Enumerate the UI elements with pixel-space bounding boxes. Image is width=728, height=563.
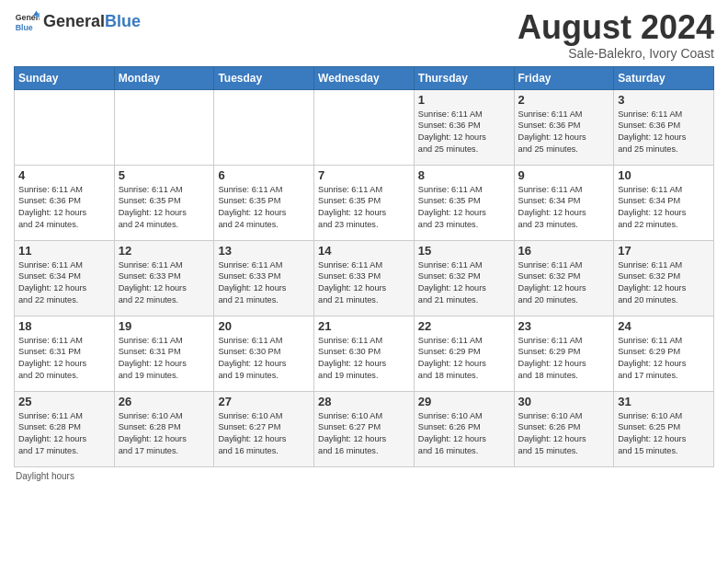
day-cell: 9Sunrise: 6:11 AM Sunset: 6:34 PM Daylig… [514, 165, 614, 240]
week-row-5: 25Sunrise: 6:11 AM Sunset: 6:28 PM Dayli… [15, 391, 714, 466]
day-cell: 1Sunrise: 6:11 AM Sunset: 6:36 PM Daylig… [414, 89, 514, 165]
header: General Blue GeneralBlue August 2024 Sal… [14, 9, 714, 61]
day-number: 19 [119, 319, 210, 333]
day-number: 3 [618, 93, 710, 107]
day-info: Sunrise: 6:11 AM Sunset: 6:32 PM Dayligh… [518, 259, 610, 307]
day-cell: 19Sunrise: 6:11 AM Sunset: 6:31 PM Dayli… [114, 316, 214, 391]
day-info: Sunrise: 6:11 AM Sunset: 6:29 PM Dayligh… [518, 335, 610, 383]
day-info: Sunrise: 6:11 AM Sunset: 6:30 PM Dayligh… [218, 335, 310, 383]
day-cell: 11Sunrise: 6:11 AM Sunset: 6:34 PM Dayli… [15, 240, 115, 316]
day-cell: 29Sunrise: 6:10 AM Sunset: 6:26 PM Dayli… [414, 391, 514, 466]
title-section: August 2024 Sale-Balekro, Ivory Coast [518, 9, 714, 61]
day-info: Sunrise: 6:11 AM Sunset: 6:35 PM Dayligh… [418, 184, 510, 232]
day-cell: 10Sunrise: 6:11 AM Sunset: 6:34 PM Dayli… [614, 165, 714, 240]
day-info: Sunrise: 6:11 AM Sunset: 6:35 PM Dayligh… [318, 184, 410, 232]
day-cell: 12Sunrise: 6:11 AM Sunset: 6:33 PM Dayli… [114, 240, 214, 316]
day-number: 24 [618, 319, 710, 333]
week-row-3: 11Sunrise: 6:11 AM Sunset: 6:34 PM Dayli… [15, 240, 714, 316]
day-number: 21 [318, 319, 410, 333]
day-cell [15, 89, 115, 165]
col-header-monday: Monday [114, 66, 214, 89]
day-info: Sunrise: 6:10 AM Sunset: 6:27 PM Dayligh… [318, 410, 410, 458]
day-info: Sunrise: 6:10 AM Sunset: 6:26 PM Dayligh… [518, 410, 610, 458]
day-info: Sunrise: 6:11 AM Sunset: 6:32 PM Dayligh… [418, 259, 510, 307]
logo-general: General [43, 12, 105, 30]
logo: General Blue GeneralBlue [14, 9, 141, 35]
day-number: 4 [18, 168, 110, 182]
day-number: 29 [418, 395, 510, 408]
location-subtitle: Sale-Balekro, Ivory Coast [518, 46, 714, 61]
day-number: 31 [618, 395, 710, 408]
day-cell: 13Sunrise: 6:11 AM Sunset: 6:33 PM Dayli… [214, 240, 314, 316]
day-cell: 16Sunrise: 6:11 AM Sunset: 6:32 PM Dayli… [514, 240, 614, 316]
day-info: Sunrise: 6:11 AM Sunset: 6:36 PM Dayligh… [518, 109, 610, 156]
day-cell: 26Sunrise: 6:10 AM Sunset: 6:28 PM Dayli… [114, 391, 214, 466]
day-info: Sunrise: 6:11 AM Sunset: 6:31 PM Dayligh… [18, 335, 110, 383]
day-cell: 21Sunrise: 6:11 AM Sunset: 6:30 PM Dayli… [314, 316, 415, 391]
day-number: 30 [518, 395, 610, 408]
day-cell: 27Sunrise: 6:10 AM Sunset: 6:27 PM Dayli… [214, 391, 314, 466]
day-number: 2 [518, 93, 610, 107]
day-cell: 24Sunrise: 6:11 AM Sunset: 6:29 PM Dayli… [614, 316, 714, 391]
col-header-saturday: Saturday [614, 66, 714, 89]
day-info: Sunrise: 6:11 AM Sunset: 6:33 PM Dayligh… [218, 259, 310, 307]
day-info: Sunrise: 6:11 AM Sunset: 6:33 PM Dayligh… [119, 259, 210, 307]
day-info: Sunrise: 6:10 AM Sunset: 6:26 PM Dayligh… [418, 410, 510, 458]
day-cell: 23Sunrise: 6:11 AM Sunset: 6:29 PM Dayli… [514, 316, 614, 391]
day-cell: 31Sunrise: 6:10 AM Sunset: 6:25 PM Dayli… [614, 391, 714, 466]
day-info: Sunrise: 6:10 AM Sunset: 6:27 PM Dayligh… [218, 410, 310, 458]
logo-blue: Blue [105, 12, 141, 30]
col-header-wednesday: Wednesday [314, 66, 415, 89]
day-number: 28 [318, 395, 410, 408]
day-info: Sunrise: 6:11 AM Sunset: 6:34 PM Dayligh… [518, 184, 610, 232]
day-cell: 30Sunrise: 6:10 AM Sunset: 6:26 PM Dayli… [514, 391, 614, 466]
col-header-thursday: Thursday [414, 66, 514, 89]
daylight-label: Daylight hours [16, 471, 74, 481]
day-info: Sunrise: 6:11 AM Sunset: 6:36 PM Dayligh… [418, 109, 510, 156]
day-number: 10 [618, 168, 710, 182]
day-info: Sunrise: 6:11 AM Sunset: 6:29 PM Dayligh… [618, 335, 710, 383]
day-number: 12 [119, 244, 210, 258]
col-header-sunday: Sunday [15, 66, 115, 89]
svg-text:Blue: Blue [16, 23, 33, 32]
day-cell [314, 89, 415, 165]
day-info: Sunrise: 6:11 AM Sunset: 6:31 PM Dayligh… [119, 335, 210, 383]
day-info: Sunrise: 6:11 AM Sunset: 6:29 PM Dayligh… [418, 335, 510, 383]
col-header-friday: Friday [514, 66, 614, 89]
day-cell: 28Sunrise: 6:10 AM Sunset: 6:27 PM Dayli… [314, 391, 415, 466]
day-info: Sunrise: 6:11 AM Sunset: 6:35 PM Dayligh… [218, 184, 310, 232]
day-cell: 4Sunrise: 6:11 AM Sunset: 6:36 PM Daylig… [15, 165, 115, 240]
day-number: 14 [318, 244, 410, 258]
day-cell [214, 89, 314, 165]
day-number: 6 [218, 168, 310, 182]
day-number: 26 [119, 395, 210, 408]
day-number: 23 [518, 319, 610, 333]
day-number: 15 [418, 244, 510, 258]
header-row: SundayMondayTuesdayWednesdayThursdayFrid… [15, 66, 714, 89]
day-cell: 18Sunrise: 6:11 AM Sunset: 6:31 PM Dayli… [15, 316, 115, 391]
day-number: 25 [18, 395, 110, 408]
page-container: General Blue GeneralBlue August 2024 Sal… [0, 0, 728, 490]
week-row-2: 4Sunrise: 6:11 AM Sunset: 6:36 PM Daylig… [15, 165, 714, 240]
day-info: Sunrise: 6:11 AM Sunset: 6:33 PM Dayligh… [318, 259, 410, 307]
day-number: 16 [518, 244, 610, 258]
month-title: August 2024 [518, 9, 714, 46]
day-cell: 14Sunrise: 6:11 AM Sunset: 6:33 PM Dayli… [314, 240, 415, 316]
day-info: Sunrise: 6:11 AM Sunset: 6:32 PM Dayligh… [618, 259, 710, 307]
logo-icon: General Blue [14, 9, 40, 35]
day-number: 17 [618, 244, 710, 258]
day-number: 18 [18, 319, 110, 333]
day-cell: 25Sunrise: 6:11 AM Sunset: 6:28 PM Dayli… [15, 391, 115, 466]
day-number: 8 [418, 168, 510, 182]
day-info: Sunrise: 6:10 AM Sunset: 6:28 PM Dayligh… [119, 410, 210, 458]
calendar-header: SundayMondayTuesdayWednesdayThursdayFrid… [15, 66, 714, 89]
day-cell: 8Sunrise: 6:11 AM Sunset: 6:35 PM Daylig… [414, 165, 514, 240]
day-info: Sunrise: 6:11 AM Sunset: 6:28 PM Dayligh… [18, 410, 110, 458]
day-info: Sunrise: 6:11 AM Sunset: 6:35 PM Dayligh… [119, 184, 210, 232]
logo-text-block: GeneralBlue [43, 13, 141, 31]
day-cell: 6Sunrise: 6:11 AM Sunset: 6:35 PM Daylig… [214, 165, 314, 240]
day-info: Sunrise: 6:11 AM Sunset: 6:36 PM Dayligh… [18, 184, 110, 232]
day-cell: 22Sunrise: 6:11 AM Sunset: 6:29 PM Dayli… [414, 316, 514, 391]
day-info: Sunrise: 6:10 AM Sunset: 6:25 PM Dayligh… [618, 410, 710, 458]
day-number: 27 [218, 395, 310, 408]
